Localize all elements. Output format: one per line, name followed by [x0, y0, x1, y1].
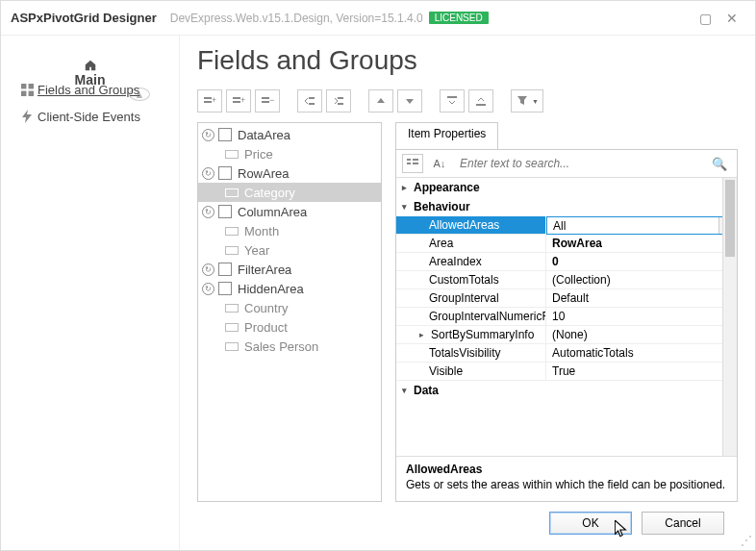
- svg-rect-13: [309, 97, 315, 99]
- property-grid[interactable]: ▸Appearance▾BehaviourAllowedAreasAll▼Are…: [396, 178, 737, 457]
- app-title: ASPxPivotGrid Designer: [11, 11, 157, 25]
- outdent-button[interactable]: [297, 89, 322, 113]
- prop-category[interactable]: ▾Behaviour: [396, 197, 737, 216]
- add-item-button[interactable]: +: [197, 89, 222, 113]
- tree-area-dataarea[interactable]: ↻DataArea: [198, 125, 381, 144]
- move-down-button[interactable]: [397, 89, 422, 113]
- svg-rect-4: [204, 97, 212, 99]
- svg-rect-7: [233, 97, 240, 99]
- license-badge: LICENSED: [429, 12, 489, 24]
- prop-row[interactable]: GroupIntervalDefault: [396, 289, 737, 308]
- prop-row[interactable]: VisibleTrue: [396, 363, 737, 381]
- svg-rect-11: [262, 101, 269, 103]
- svg-rect-20: [407, 163, 411, 164]
- remove-item-button[interactable]: −: [255, 89, 280, 113]
- page-title: Fields and Groups: [197, 45, 738, 76]
- app-version: DevExpress.Web.v15.1.Design, Version=15.…: [170, 12, 423, 25]
- svg-text:−: −: [269, 95, 274, 105]
- svg-rect-0: [21, 84, 26, 88]
- svg-rect-19: [407, 159, 411, 161]
- prop-row[interactable]: GroupIntervalNumericRan10: [396, 308, 737, 326]
- prop-category[interactable]: ▸Appearance: [396, 178, 737, 197]
- prop-row[interactable]: CustomTotals(Collection): [396, 271, 737, 289]
- search-icon[interactable]: 🔍: [708, 157, 731, 171]
- tree-field[interactable]: Year: [198, 240, 381, 260]
- prop-row[interactable]: AllowedAreasAll▼: [396, 216, 737, 235]
- prop-row[interactable]: TotalsVisibilityAutomaticTotals: [396, 344, 737, 363]
- tree-area-rowarea[interactable]: ↻RowArea: [198, 163, 381, 183]
- categorized-view-button[interactable]: [402, 154, 423, 173]
- cancel-button[interactable]: Cancel: [642, 512, 724, 535]
- svg-text:+: +: [212, 95, 216, 105]
- ok-button[interactable]: OK: [549, 512, 632, 535]
- window-maximize-icon[interactable]: ▢: [692, 11, 718, 26]
- lightning-icon: [16, 110, 38, 123]
- prop-row[interactable]: AreaIndex0: [396, 253, 737, 271]
- collapse-level-button[interactable]: [440, 89, 465, 113]
- svg-rect-16: [338, 103, 343, 105]
- insert-item-button[interactable]: +: [226, 89, 251, 113]
- move-up-button[interactable]: [368, 89, 393, 113]
- svg-rect-21: [413, 159, 418, 161]
- alphabetical-view-button[interactable]: A↓: [429, 154, 450, 173]
- svg-rect-22: [413, 163, 418, 164]
- retrieve-fields-button[interactable]: ▼: [511, 89, 543, 113]
- toolbar: + + − ▼: [197, 89, 738, 113]
- prop-category[interactable]: ▾Data: [396, 381, 737, 400]
- tree-field[interactable]: Country: [198, 298, 381, 317]
- tree-area-hiddenarea[interactable]: ↻HiddenArea: [198, 279, 381, 298]
- field-tree[interactable]: ↻DataAreaPrice↻RowAreaCategory↻ColumnAre…: [197, 122, 382, 502]
- tree-area-filterarea[interactable]: ↻FilterArea: [198, 260, 381, 279]
- description-text: Gets or sets the areas within which the …: [406, 478, 727, 491]
- property-description: AllowedAreas Gets or sets the areas with…: [396, 457, 737, 501]
- description-title: AllowedAreas: [406, 463, 727, 476]
- prop-row[interactable]: AreaRowArea: [396, 235, 737, 253]
- svg-rect-18: [476, 104, 486, 106]
- grid-icon: [16, 84, 38, 96]
- sidebar-item-label: Client-Side Events: [38, 110, 140, 124]
- svg-rect-10: [262, 97, 269, 99]
- home-icon: [80, 59, 101, 72]
- sidebar-item-client-events[interactable]: Client-Side Events: [16, 103, 167, 130]
- svg-rect-2: [21, 90, 26, 95]
- svg-rect-14: [309, 103, 315, 105]
- sidebar-main[interactable]: Main ▲: [13, 49, 167, 76]
- window-close-icon[interactable]: ✕: [718, 11, 745, 26]
- tree-area-columnarea[interactable]: ↻ColumnArea: [198, 202, 381, 221]
- svg-rect-3: [28, 90, 33, 95]
- sidebar-item-label: Fields and Groups: [38, 83, 139, 97]
- tree-field[interactable]: Product: [198, 317, 381, 337]
- tree-field[interactable]: Month: [198, 221, 381, 240]
- svg-rect-15: [338, 97, 343, 99]
- tree-field[interactable]: Sales Person: [198, 337, 381, 356]
- expand-level-button[interactable]: [468, 89, 493, 113]
- svg-rect-8: [233, 101, 240, 103]
- svg-text:+: +: [240, 95, 245, 105]
- indent-button[interactable]: [326, 89, 351, 113]
- scrollbar[interactable]: [722, 178, 737, 456]
- property-search-input[interactable]: [456, 154, 702, 173]
- tree-field[interactable]: Category: [198, 183, 381, 202]
- tab-item-properties[interactable]: Item Properties: [395, 122, 498, 149]
- svg-rect-5: [204, 101, 212, 103]
- svg-rect-17: [447, 96, 457, 98]
- svg-rect-1: [28, 84, 33, 88]
- tree-field[interactable]: Price: [198, 144, 381, 163]
- prop-row[interactable]: ▸SortBySummaryInfo(None): [396, 326, 737, 344]
